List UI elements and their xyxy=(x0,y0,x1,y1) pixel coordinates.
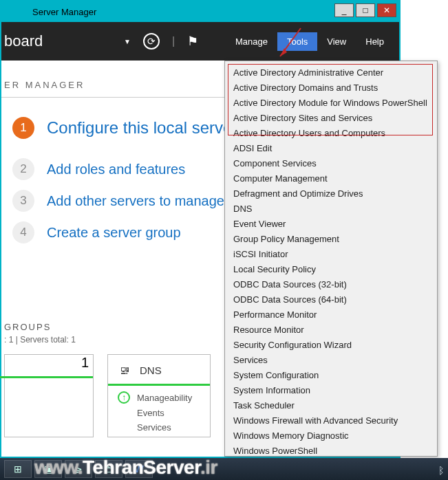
menu-manage[interactable]: Manage xyxy=(226,32,277,51)
refresh-button[interactable]: ⟳ xyxy=(143,33,160,50)
tools-menu-item[interactable]: Event Viewer xyxy=(225,216,437,231)
tools-menu-item[interactable]: Windows Firewall with Advanced Security xyxy=(225,413,437,428)
tools-menu-item[interactable]: ADSI Edit xyxy=(225,140,437,155)
tile-title: DNS xyxy=(140,364,162,376)
window-title: Server Manager xyxy=(32,7,96,17)
tools-menu-item[interactable]: Group Policy Management xyxy=(225,231,437,246)
minimize-button[interactable]: _ xyxy=(334,3,354,17)
tile-dns[interactable]: 🖳 DNS ↑ Manageability Events Service xyxy=(107,354,211,437)
up-arrow-icon: ↑ xyxy=(118,391,130,404)
tools-menu-item[interactable]: System Information xyxy=(225,382,437,397)
tile-line-events[interactable]: Events xyxy=(118,408,200,418)
close-button[interactable]: ✕ xyxy=(377,3,396,17)
dns-icon: 🖳 xyxy=(118,363,131,377)
tools-menu-item[interactable]: ODBC Data Sources (32-bit) xyxy=(225,276,437,292)
window-controls: _ □ ✕ xyxy=(334,3,396,17)
tools-dropdown: Active Directory Administrative CenterAc… xyxy=(224,61,438,457)
step-number: 4 xyxy=(12,221,34,243)
tools-menu-item[interactable]: Active Directory Domains and Trusts xyxy=(225,80,437,95)
tools-menu-item[interactable]: System Configuration xyxy=(225,367,437,382)
tile-line-manageability[interactable]: ↑ Manageability xyxy=(118,391,200,404)
tile-status-bar xyxy=(0,376,93,378)
breadcrumb-tail: board xyxy=(1,32,43,50)
maximize-button[interactable]: □ xyxy=(356,3,375,17)
step-text: Configure this local server xyxy=(47,118,237,138)
menu-help[interactable]: Help xyxy=(356,32,394,51)
step-number: 3 xyxy=(12,190,34,212)
tools-menu-item[interactable]: Active Directory Sites and Services xyxy=(225,110,437,125)
tools-menu-item[interactable]: Active Directory Users and Computers xyxy=(225,125,437,140)
tools-menu-item[interactable]: iSCSI Initiator xyxy=(225,246,437,261)
tools-menu-item[interactable]: ODBC Data Sources (64-bit) xyxy=(225,292,437,307)
tile-local-server[interactable]: 1 xyxy=(4,354,94,437)
flag-icon[interactable]: ⚑ xyxy=(187,34,198,49)
tools-menu-item[interactable]: Services xyxy=(225,352,437,367)
tools-menu-item[interactable]: Local Security Policy xyxy=(225,261,437,276)
menu-view[interactable]: View xyxy=(317,32,356,51)
tools-menu-item[interactable]: Security Configuration Wizard xyxy=(225,337,437,352)
nav-header: board ▼ ⟳ | ⚑ Manage Tools View Help xyxy=(1,22,399,61)
tools-menu-item[interactable]: Resource Monitor xyxy=(225,322,437,337)
tools-menu-item[interactable]: Defragment and Optimize Drives xyxy=(225,186,437,201)
system-tray[interactable]: ᛒ xyxy=(438,465,444,476)
chevron-down-icon[interactable]: ▼ xyxy=(124,38,131,45)
step-text: Create a server group xyxy=(47,225,181,241)
tile-line-services[interactable]: Services xyxy=(118,422,200,433)
menubar: Manage Tools View Help xyxy=(226,22,394,61)
tools-menu-item[interactable]: Component Services xyxy=(225,155,437,171)
step-number: 1 xyxy=(12,117,34,139)
tools-menu-item[interactable]: Windows PowerShell xyxy=(225,443,437,457)
bluetooth-icon[interactable]: ᛒ xyxy=(438,465,444,476)
watermark: www.TehranServer.ir xyxy=(34,457,217,479)
tile-count: 1 xyxy=(81,355,89,370)
step-text: Add roles and features xyxy=(47,162,185,177)
tile-status-bar xyxy=(108,384,210,386)
step-number: 2 xyxy=(12,158,34,180)
menu-tools[interactable]: Tools xyxy=(277,32,317,51)
step-text: Add other servers to manage xyxy=(47,193,224,209)
taskbar-start-button[interactable]: ⊞ xyxy=(4,460,32,478)
tools-menu-item[interactable]: Performance Monitor xyxy=(225,307,437,322)
tools-menu-item[interactable]: Windows Memory Diagnostic xyxy=(225,428,437,443)
tools-menu-item[interactable]: Active Directory Administrative Center xyxy=(225,65,437,80)
tools-menu-item[interactable]: Computer Management xyxy=(225,171,437,186)
tools-menu-item[interactable]: DNS xyxy=(225,201,437,216)
tools-menu-item[interactable]: Active Directory Module for Windows Powe… xyxy=(225,95,437,110)
tools-menu-item[interactable]: Task Scheduler xyxy=(225,397,437,413)
titlebar[interactable]: Server Manager _ □ ✕ xyxy=(1,1,399,22)
